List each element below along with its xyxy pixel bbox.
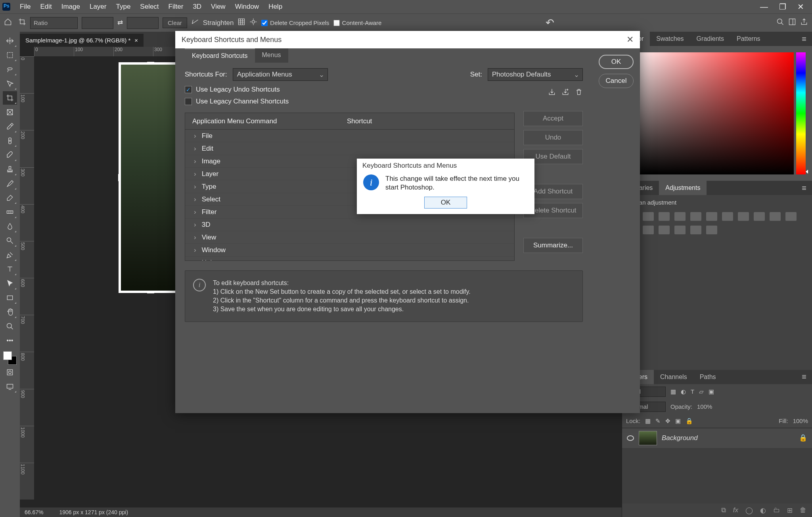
swap-icon[interactable]: ⇄ xyxy=(117,19,123,27)
lasso-tool[interactable] xyxy=(3,63,17,76)
fill-value[interactable]: 100% xyxy=(793,417,808,424)
menu-layer[interactable]: Layer xyxy=(85,0,111,13)
lock-transparent-icon[interactable]: ▦ xyxy=(645,417,651,425)
grid-row[interactable]: ›View xyxy=(185,231,514,244)
grid-row[interactable]: ›Window xyxy=(185,244,514,257)
close-tab-icon[interactable]: × xyxy=(134,37,138,44)
color-box[interactable] xyxy=(628,52,794,174)
lock-artboard-icon[interactable]: ▣ xyxy=(675,417,681,425)
summarize-button[interactable]: Summarize... xyxy=(523,238,583,253)
menu-image[interactable]: Image xyxy=(57,0,85,13)
delete-set-icon[interactable] xyxy=(575,88,583,98)
delete-layer-icon[interactable]: 🗑 xyxy=(800,506,806,514)
color-swatches[interactable] xyxy=(3,351,17,365)
menu-view[interactable]: View xyxy=(206,0,230,13)
more-tools[interactable]: ••• xyxy=(3,334,17,347)
close-icon[interactable]: ✕ xyxy=(626,34,634,45)
group-icon[interactable]: 🗀 xyxy=(773,506,780,514)
lock-all-icon[interactable]: 🔒 xyxy=(686,417,693,425)
content-aware-checkbox[interactable]: Content-Aware xyxy=(333,19,382,26)
menu-help[interactable]: Help xyxy=(264,0,287,13)
grid-row[interactable]: ›3D xyxy=(185,218,514,231)
heal-tool[interactable] xyxy=(3,134,17,147)
tab-gradients[interactable]: Gradients xyxy=(690,32,730,46)
opacity-value[interactable]: 100% xyxy=(697,403,712,410)
zoom-tool[interactable] xyxy=(3,320,17,333)
brush-tool[interactable] xyxy=(3,148,17,162)
colorbalance-icon[interactable] xyxy=(722,212,733,221)
share-icon[interactable] xyxy=(800,18,808,28)
width-input[interactable] xyxy=(82,17,113,29)
history-brush-tool[interactable] xyxy=(3,177,17,190)
window-maximize[interactable]: ❐ xyxy=(774,2,792,11)
cancel-button[interactable]: Cancel xyxy=(599,74,634,88)
menu-window[interactable]: Window xyxy=(230,0,264,13)
link-layers-icon[interactable]: ⧉ xyxy=(721,506,726,514)
menu-file[interactable]: File xyxy=(15,0,35,13)
panel-menu-icon[interactable]: ≡ xyxy=(796,372,812,381)
hue-icon[interactable] xyxy=(706,212,717,221)
tab-swatches[interactable]: Swatches xyxy=(650,32,690,46)
path-select-tool[interactable] xyxy=(3,277,17,290)
photo-filter-icon[interactable] xyxy=(754,212,765,221)
crop-tool-icon[interactable] xyxy=(18,18,26,28)
vibrance-icon[interactable] xyxy=(690,212,701,221)
layer-name[interactable]: Background xyxy=(662,434,698,442)
lock-pixels-icon[interactable]: ✎ xyxy=(655,417,661,425)
crop-tool[interactable] xyxy=(3,91,17,105)
window-minimize[interactable]: — xyxy=(755,2,774,11)
grid-overlay-icon[interactable] xyxy=(237,18,245,28)
eyedropper-tool[interactable] xyxy=(3,120,17,133)
bw-icon[interactable] xyxy=(738,212,749,221)
legacy-undo-checkbox[interactable]: ✓Use Legacy Undo Shortcuts xyxy=(185,86,548,94)
search-icon[interactable] xyxy=(776,18,784,28)
selective-color-icon[interactable] xyxy=(690,226,701,234)
new-set-icon[interactable] xyxy=(561,88,569,98)
gradient-map-icon[interactable] xyxy=(674,226,686,234)
crop-box[interactable] xyxy=(119,62,183,293)
filter-image-icon[interactable]: ▦ xyxy=(670,388,676,395)
alert-ok-button[interactable]: OK xyxy=(424,197,467,209)
tab-patterns[interactable]: Patterns xyxy=(730,32,767,46)
straighten-icon[interactable] xyxy=(191,18,199,28)
grid-row[interactable]: ›Help xyxy=(185,257,514,260)
levels-icon[interactable] xyxy=(643,212,654,221)
tab-adjustments[interactable]: Adjustments xyxy=(659,181,707,195)
grid-row[interactable]: ›Edit xyxy=(185,142,514,155)
save-set-icon[interactable] xyxy=(548,88,556,98)
reset-icon[interactable]: ↶ xyxy=(546,17,554,29)
exposure-icon[interactable] xyxy=(674,212,686,221)
lookup-icon[interactable] xyxy=(785,212,797,221)
adjustment-layer-icon[interactable]: ◐ xyxy=(760,506,766,515)
workspace-icon[interactable] xyxy=(788,18,796,28)
tab-channels[interactable]: Channels xyxy=(654,370,693,384)
layer-row[interactable]: Background 🔒 xyxy=(622,428,812,448)
quickmask-tool[interactable] xyxy=(3,366,17,379)
lock-position-icon[interactable]: ✥ xyxy=(665,417,670,425)
shortcuts-for-select[interactable]: Application Menus xyxy=(233,68,328,81)
invert-icon[interactable] xyxy=(643,226,654,234)
filter-shape-icon[interactable]: ▱ xyxy=(699,388,704,395)
menu-select[interactable]: Select xyxy=(135,0,163,13)
blur-tool[interactable] xyxy=(3,220,17,233)
hand-tool[interactable] xyxy=(3,305,17,319)
quick-select-tool[interactable] xyxy=(3,77,17,90)
delete-cropped-checkbox[interactable]: Delete Cropped Pixels xyxy=(261,19,329,26)
move-tool[interactable] xyxy=(3,34,17,48)
color-picker[interactable] xyxy=(622,46,812,181)
document-tab[interactable]: SampleImage-1.jpg @ 66.7% (RGB/8) *× xyxy=(20,34,144,47)
legacy-channel-checkbox[interactable]: Use Legacy Channel Shortcuts xyxy=(185,98,548,105)
visibility-icon[interactable] xyxy=(627,435,634,441)
crop-settings-icon[interactable] xyxy=(249,18,257,28)
clear-button[interactable]: Clear xyxy=(163,17,187,28)
menu-3d[interactable]: 3D xyxy=(188,0,206,13)
menu-type[interactable]: Type xyxy=(111,0,135,13)
gradient-tool[interactable] xyxy=(3,205,17,219)
frame-tool[interactable] xyxy=(3,105,17,119)
tab-keyboard-shortcuts[interactable]: Keyboard Shortcuts xyxy=(185,48,255,63)
curves-icon[interactable] xyxy=(659,212,670,221)
menu-filter[interactable]: Filter xyxy=(164,0,188,13)
grid-row[interactable]: ›File xyxy=(185,130,514,142)
canvas-image[interactable] xyxy=(119,63,182,293)
filter-adj-icon[interactable]: ◐ xyxy=(681,388,686,395)
